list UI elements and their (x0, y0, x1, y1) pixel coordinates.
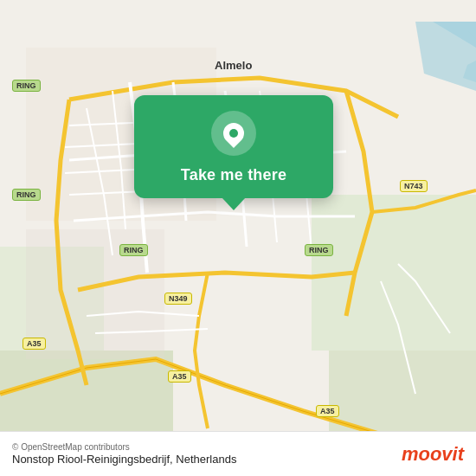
location-pin-icon (219, 119, 248, 148)
a35-badge-2: A35 (168, 370, 191, 383)
n743-badge: N743 (400, 180, 428, 192)
ring-badge-s1: RING (119, 244, 148, 256)
osm-attribution: © OpenStreetMap contributors (12, 442, 236, 452)
n349-badge: N349 (164, 293, 192, 305)
map-container[interactable]: Almelo RING RING RING RING N349 N743 A35… (0, 0, 476, 476)
moovit-text: moovit (402, 443, 464, 466)
bottom-left: © OpenStreetMap contributors Nonstop Rio… (12, 442, 236, 466)
bottom-bar: © OpenStreetMap contributors Nonstop Rio… (0, 431, 476, 476)
ring-badge-w: RING (12, 189, 41, 201)
take-me-there-button[interactable]: Take me there (181, 166, 286, 184)
business-name: Nonstop Riool-Reinigingsbedrijf, Netherl… (12, 453, 236, 466)
ring-badge-s2: RING (305, 244, 333, 256)
ring-badge-nw: RING (12, 80, 41, 92)
location-icon-circle (211, 111, 256, 156)
moovit-logo: moovit (402, 443, 464, 466)
a35-badge-1: A35 (23, 338, 46, 350)
a35-badge-3: A35 (316, 405, 339, 417)
city-label: Almelo (215, 59, 252, 72)
popup-card: Take me there (134, 95, 333, 198)
